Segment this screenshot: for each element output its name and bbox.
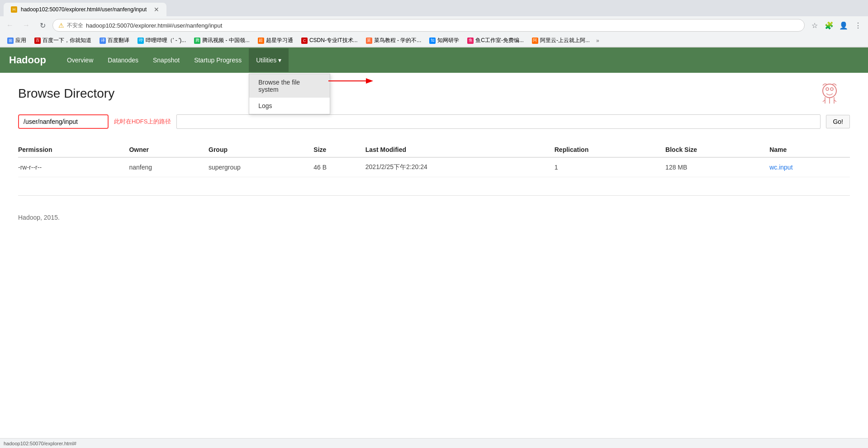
dropdown-browse-filesystem[interactable]: Browse the file system — [249, 74, 330, 98]
bookmark-aliyun[interactable]: 阿 阿里云-上云就上阿... — [528, 36, 593, 45]
mascot-svg — [818, 82, 841, 104]
bookmark-star-button[interactable]: ☆ — [808, 19, 821, 32]
bookmark-csdn-label: CSDN-专业IT技术... — [309, 37, 358, 44]
cell-block-size: 128 MB — [665, 157, 769, 177]
logs-label: Logs — [258, 102, 272, 109]
warning-icon: ⚠ — [58, 22, 64, 29]
hadoop-navbar: Hadoop Overview Datanodes Snapshot Start… — [0, 47, 868, 73]
dropdown-logs[interactable]: Logs — [249, 98, 330, 114]
main-content: Browse Directory 此时在HDFS上的路径 Go! Permiss… — [0, 73, 868, 235]
hadoop-mascot — [818, 82, 841, 108]
col-name: Name — [769, 142, 850, 157]
address-url: hadoop102:50070/explorer.html#/user/nanf… — [86, 22, 222, 29]
toolbar-icons: ☆ 🧩 👤 ⋮ — [808, 19, 864, 32]
col-last-modified: Last Modified — [365, 142, 555, 157]
extension-button[interactable]: 🧩 — [823, 19, 835, 32]
nav-utilities[interactable]: Utilities ▾ — [249, 48, 289, 72]
menu-button[interactable]: ⋮ — [852, 19, 864, 32]
bookmark-apps[interactable]: ⊞ 应用 — [4, 36, 30, 45]
address-text: ⚠ 不安全 hadoop102:50070/explorer.html#/use… — [58, 22, 222, 29]
cell-size: 46 B — [313, 157, 365, 177]
file-name-link[interactable]: wc.input — [769, 164, 792, 171]
bookmark-superstar[interactable]: 超 超星学习通 — [254, 36, 297, 45]
col-permission: Permission — [18, 142, 129, 157]
browser-tab[interactable]: H hadoop102:50070/explorer.html#/user/na… — [4, 3, 166, 16]
svg-point-3 — [826, 88, 829, 90]
bookmark-csdn[interactable]: C CSDN-专业IT技术... — [298, 36, 361, 45]
bookmark-translate[interactable]: 译 百度翻译 — [96, 36, 133, 45]
bookmark-translate-label: 百度翻译 — [108, 37, 129, 44]
csdn-favicon: C — [301, 38, 308, 44]
col-group: Group — [209, 142, 313, 157]
browse-filesystem-label: Browse the file system — [258, 79, 300, 93]
zhihu-favicon: 知 — [429, 38, 436, 44]
translate-favicon: 译 — [100, 38, 106, 44]
bookmark-zhihu[interactable]: 知 知网研学 — [426, 36, 463, 45]
tab-bar: H hadoop102:50070/explorer.html#/user/na… — [0, 0, 868, 16]
utilities-dropdown-container: Utilities ▾ Browse the file system — [249, 48, 289, 72]
aliyun-favicon: 阿 — [532, 38, 538, 44]
cell-permission: -rw-r--r-- — [18, 157, 129, 177]
bookmark-bilibili-label: 哔哩哔哩（' - ')... — [146, 37, 186, 44]
tab-title: hadoop102:50070/explorer.html#/user/nanf… — [21, 6, 147, 13]
tab-favicon: H — [11, 6, 17, 13]
page-footer: Hadoop, 2015. — [18, 214, 850, 221]
bookmark-baidu[interactable]: 百 百度一下，你就知道 — [31, 36, 95, 45]
cell-last-modified: 2021/2/25下午2:20:24 — [365, 157, 555, 177]
address-input[interactable]: ⚠ 不安全 hadoop102:50070/explorer.html#/use… — [52, 19, 805, 32]
browser-chrome: H hadoop102:50070/explorer.html#/user/na… — [0, 0, 868, 47]
nav-links: Overview Datanodes Snapshot Startup Prog… — [60, 48, 289, 72]
forward-button[interactable]: → — [20, 19, 33, 32]
bookmark-bilibili[interactable]: 哔 哔哩哔哩（' - ')... — [134, 36, 190, 45]
page-title: Browse Directory — [18, 86, 850, 101]
path-input[interactable] — [18, 114, 109, 129]
fish-favicon: 鱼 — [467, 38, 474, 44]
table-row: -rw-r--r-- nanfeng supergroup 46 B 2021/… — [18, 157, 850, 177]
path-fill-space — [176, 114, 821, 129]
bookmark-superstar-label: 超星学习通 — [266, 37, 293, 44]
address-bar-row: ← → ↻ ⚠ 不安全 hadoop102:50070/explorer.htm… — [0, 16, 868, 34]
nav-datanodes[interactable]: Datanodes — [100, 48, 146, 72]
bookmark-cainiao-label: 菜鸟教程 - 学的不... — [374, 37, 422, 44]
cell-name: wc.input — [769, 157, 850, 177]
reload-button[interactable]: ↻ — [36, 19, 49, 32]
bookmark-tencent[interactable]: 腾 腾讯视频 - 中国领... — [190, 36, 253, 45]
utilities-label: Utilities — [256, 57, 276, 64]
utilities-caret-icon: ▾ — [278, 57, 281, 64]
bookmark-aliyun-label: 阿里云-上云就上阿... — [540, 37, 590, 44]
bilibili-favicon: 哔 — [138, 38, 144, 44]
path-row: 此时在HDFS上的路径 Go! — [18, 114, 850, 129]
bookmark-cainiao[interactable]: 菜 菜鸟教程 - 学的不... — [362, 36, 425, 45]
col-block-size: Block Size — [665, 142, 769, 157]
bookmark-zhihu-label: 知网研学 — [437, 37, 459, 44]
nav-startup-progress[interactable]: Startup Progress — [187, 48, 249, 72]
col-owner: Owner — [129, 142, 209, 157]
bookmarks-overflow[interactable]: » — [596, 38, 599, 44]
baidu-favicon: 百 — [34, 38, 41, 44]
nav-overview[interactable]: Overview — [60, 48, 100, 72]
bookmark-tencent-label: 腾讯视频 - 中国领... — [202, 37, 250, 44]
bookmark-baidu-label: 百度一下，你就知道 — [43, 37, 91, 44]
cell-owner: nanfeng — [129, 157, 209, 177]
superstar-favicon: 超 — [258, 38, 264, 44]
svg-point-2 — [823, 84, 836, 98]
table-header-row: Permission Owner Group Size Last Modifie… — [18, 142, 850, 157]
tencent-favicon: 腾 — [194, 38, 200, 44]
hadoop-brand[interactable]: Hadoop — [9, 54, 46, 66]
go-button[interactable]: Go! — [826, 115, 850, 128]
bookmark-fish[interactable]: 鱼 鱼C工作室-免费编... — [464, 36, 527, 45]
not-secure-label: 不安全 — [67, 22, 83, 29]
utilities-dropdown-menu: Browse the file system Logs — [249, 74, 330, 114]
file-table: Permission Owner Group Size Last Modifie… — [18, 142, 850, 177]
nav-snapshot[interactable]: Snapshot — [146, 48, 187, 72]
back-button[interactable]: ← — [4, 19, 16, 32]
path-hint: 此时在HDFS上的路径 — [114, 118, 171, 126]
table-body: -rw-r--r-- nanfeng supergroup 46 B 2021/… — [18, 157, 850, 177]
annotation-arrow-svg — [326, 76, 380, 90]
profile-button[interactable]: 👤 — [837, 19, 850, 32]
bookmarks-bar: ⊞ 应用 百 百度一下，你就知道 译 百度翻译 哔 哔哩哔哩（' - ')...… — [0, 34, 868, 47]
tab-close-icon[interactable]: ✕ — [154, 6, 159, 13]
table-header: Permission Owner Group Size Last Modifie… — [18, 142, 850, 157]
svg-point-4 — [830, 88, 833, 90]
cell-replication: 1 — [555, 157, 665, 177]
